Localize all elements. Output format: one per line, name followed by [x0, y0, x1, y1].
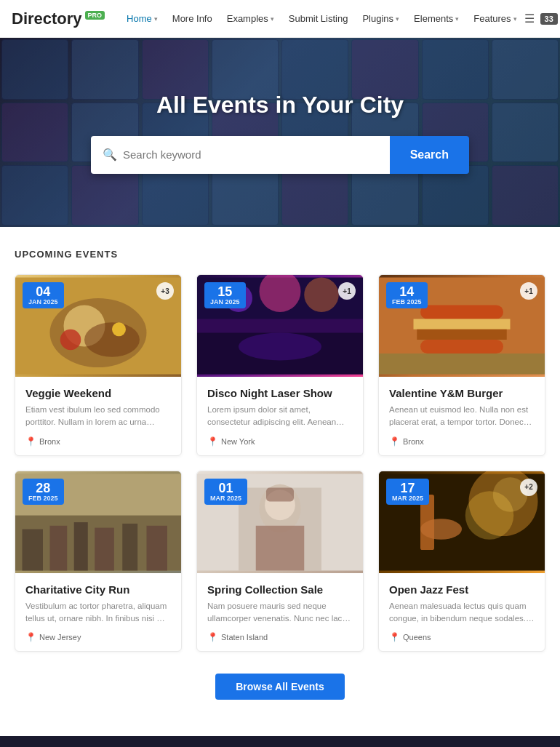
- location-pin-icon: 📍: [25, 436, 36, 447]
- location-pin-icon: 📍: [389, 632, 400, 642]
- svg-rect-15: [414, 319, 511, 329]
- hero-title: All Events in Your City: [0, 92, 560, 119]
- main-content: UPCOMING EVENTS 04 JAN 2025: [0, 227, 560, 736]
- svg-point-10: [304, 278, 339, 313]
- event-more-badge: +1: [338, 282, 356, 300]
- location-pin-icon: 📍: [207, 436, 218, 447]
- main-nav: Home▾ More Info Examples▾ Submit Listing…: [119, 13, 524, 24]
- event-description: Etiam vest ibulum leo sed commodo portti…: [25, 404, 171, 429]
- svg-rect-31: [256, 525, 305, 570]
- search-input-wrap: 🔍: [91, 136, 390, 174]
- event-description: Aenean malesuada lectus quis quam congue…: [389, 600, 535, 626]
- event-image-wrap: 01 MAR 2025: [197, 471, 363, 573]
- event-card[interactable]: 17 MAR 2025 +2 Open Jazz Fest Aenean mal…: [378, 471, 545, 652]
- event-date-badge: 01 MAR 2025: [204, 479, 247, 505]
- event-location: 📍 Queens: [389, 632, 535, 642]
- svg-rect-23: [50, 525, 68, 570]
- nav-submit-listing[interactable]: Submit Listing: [281, 13, 356, 24]
- event-date-badge: 14 FEB 2025: [386, 282, 428, 308]
- event-card[interactable]: 28 FEB 2025 Charitative City Run Vestibu…: [15, 471, 182, 652]
- svg-rect-14: [420, 305, 503, 319]
- location-pin-icon: 📍: [25, 632, 36, 642]
- header-right: ☰ 33 Add 👤 🌐 🛒: [524, 9, 560, 28]
- notification-count: 33: [540, 13, 558, 25]
- event-more-badge: +1: [520, 282, 537, 300]
- svg-point-39: [420, 519, 462, 540]
- event-date-badge: 17 MAR 2025: [386, 479, 429, 505]
- menu-icon[interactable]: ☰: [524, 12, 535, 25]
- event-date-badge: 28 FEB 2025: [23, 479, 64, 505]
- event-image-wrap: 28 FEB 2025: [15, 471, 181, 573]
- event-title: Disco Night Laser Show: [207, 387, 353, 399]
- svg-rect-27: [147, 525, 168, 570]
- svg-point-5: [112, 322, 126, 336]
- nav-features[interactable]: Features▾: [466, 13, 524, 24]
- header: DirectoryPRO Home▾ More Info Examples▾ S…: [0, 0, 560, 38]
- svg-rect-17: [420, 340, 503, 353]
- event-card[interactable]: 14 FEB 2025 +1 Valentine Y&M Burger Aene…: [378, 274, 545, 456]
- event-location: 📍 New York: [207, 436, 353, 447]
- svg-rect-33: [266, 487, 294, 501]
- event-date-badge: 15 JAN 2025: [204, 282, 246, 308]
- event-card[interactable]: 04 JAN 2025 +3 Veggie Weekend Etiam vest…: [15, 274, 182, 456]
- search-icon: 🔍: [103, 148, 117, 161]
- event-location: 📍 Staten Island: [207, 632, 353, 642]
- svg-rect-26: [122, 523, 137, 570]
- event-body: Veggie Weekend Etiam vest ibulum leo sed…: [15, 377, 181, 455]
- event-image-wrap: 14 FEB 2025 +1: [379, 275, 545, 377]
- svg-rect-25: [95, 527, 114, 570]
- svg-point-3: [84, 322, 140, 357]
- event-location: 📍 New Jersey: [25, 632, 171, 642]
- event-body: Charitative City Run Vestibulum ac torto…: [15, 573, 181, 652]
- event-image-wrap: 17 MAR 2025 +2: [379, 471, 545, 573]
- nav-home[interactable]: Home▾: [119, 13, 165, 24]
- search-input[interactable]: [123, 148, 378, 161]
- location-pin-icon: 📍: [389, 436, 400, 447]
- event-card[interactable]: 01 MAR 2025 Spring Collection Sale Nam p…: [196, 471, 364, 652]
- chevron-down-icon: ▾: [271, 15, 274, 23]
- upcoming-section-title: UPCOMING EVENTS: [15, 249, 545, 260]
- event-location: 📍 Bronx: [25, 436, 171, 447]
- nav-more-info[interactable]: More Info: [165, 13, 220, 24]
- svg-rect-24: [74, 522, 88, 571]
- logo: DirectoryPRO: [12, 9, 105, 28]
- browse-all-events-button[interactable]: Browse All Events: [215, 674, 345, 700]
- events-grid: 04 JAN 2025 +3 Veggie Weekend Etiam vest…: [15, 274, 545, 652]
- svg-point-12: [239, 333, 321, 361]
- chevron-down-icon: ▾: [455, 15, 459, 23]
- nav-examples[interactable]: Examples▾: [220, 13, 281, 24]
- event-body: Valentine Y&M Burger Aenean ut euismod l…: [379, 377, 545, 455]
- event-image-wrap: 15 JAN 2025 +1: [197, 275, 363, 377]
- search-button[interactable]: Search: [390, 136, 469, 174]
- browse-wrap: Browse All Events: [15, 666, 545, 714]
- svg-point-4: [60, 329, 81, 351]
- nav-elements[interactable]: Elements▾: [407, 13, 466, 24]
- event-title: Valentine Y&M Burger: [389, 387, 535, 399]
- event-title: Open Jazz Fest: [389, 583, 535, 596]
- nav-plugins[interactable]: Plugins▾: [355, 13, 407, 24]
- event-title: Spring Collection Sale: [207, 583, 353, 596]
- event-more-badge: +3: [156, 282, 174, 300]
- logo-badge: PRO: [85, 11, 105, 20]
- location-pin-icon: 📍: [207, 632, 218, 642]
- hero-content: All Events in Your City 🔍 Search: [0, 92, 560, 174]
- recommended-section: Recommended Event Sed venenatis arcu non…: [0, 736, 560, 747]
- svg-rect-16: [417, 329, 507, 340]
- event-image-wrap: 04 JAN 2025 +3: [15, 275, 181, 377]
- event-description: Aenean ut euismod leo. Nulla non est pla…: [389, 404, 535, 429]
- event-body: Disco Night Laser Show Lorem ipsum dolor…: [197, 377, 363, 455]
- event-location: 📍 Bronx: [389, 436, 535, 447]
- event-title: Veggie Weekend: [25, 387, 171, 399]
- logo-text: Directory: [12, 9, 82, 28]
- event-title: Charitative City Run: [25, 583, 171, 596]
- chevron-down-icon: ▾: [154, 15, 158, 23]
- chevron-down-icon: ▾: [396, 15, 399, 23]
- event-date-badge: 04 JAN 2025: [23, 282, 64, 308]
- svg-rect-18: [379, 353, 545, 375]
- event-card[interactable]: 15 JAN 2025 +1 Disco Night Laser Show Lo…: [196, 274, 364, 456]
- hero-section: All Events in Your City 🔍 Search: [0, 38, 560, 227]
- event-description: Nam posuere mauris sed neque ullamcorper…: [207, 600, 353, 626]
- event-description: Vestibulum ac tortor pharetra, aliquam t…: [25, 600, 171, 626]
- event-description: Lorem ipsum dolor sit amet, consectetur …: [207, 404, 353, 429]
- search-bar: 🔍 Search: [91, 136, 469, 174]
